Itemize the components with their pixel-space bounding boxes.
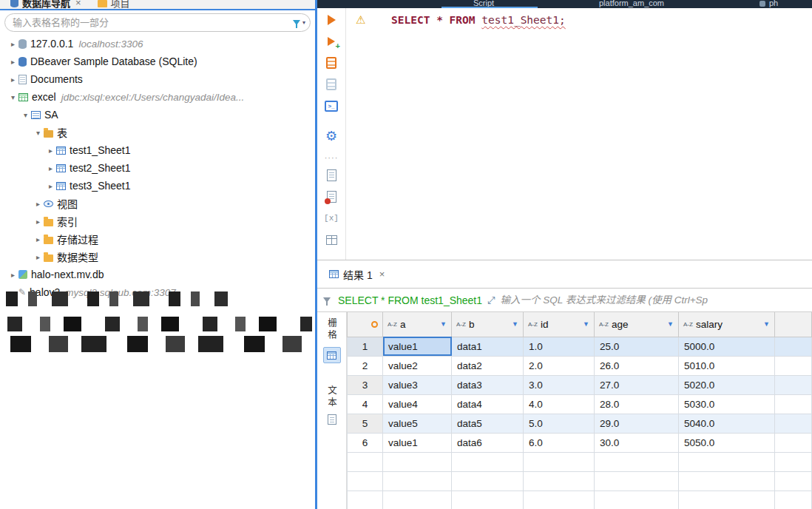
execute-script-button[interactable] [326,57,336,69]
tree-item-excel[interactable]: ▾ excel jdbc:xlsql:excel:/Users/changyad… [0,88,315,106]
row-number[interactable]: 3 [348,375,383,394]
editor-settings-button[interactable]: ⚙ [325,130,337,142]
column-menu-icon[interactable]: ▼ [763,320,770,328]
results-tab[interactable]: 结果 1 × [323,260,390,288]
grid-cell[interactable]: 3.0 [524,375,595,394]
grid-view-tab-label[interactable]: 栅格 [325,318,339,341]
tree-item-test1-sheet1[interactable]: ▸ test1_Sheet1 [0,141,315,159]
grid-cell[interactable]: 30.0 [595,433,679,452]
grid-cell[interactable]: data3 [452,375,524,394]
chevron-right-icon[interactable]: ▸ [7,40,18,48]
close-icon[interactable]: × [75,0,81,8]
toggle-layout-button[interactable] [326,234,337,246]
grid-cell[interactable]: 5040.0 [679,414,775,433]
column-menu-icon[interactable]: ▼ [667,320,674,328]
execute-new-tab-button[interactable]: + [328,36,335,47]
tree-item-documents[interactable]: ▸ Documents [0,70,315,88]
chevron-right-icon[interactable]: ▸ [33,218,44,226]
expand-icon[interactable]: ⤢ [487,294,495,306]
grid-cell[interactable]: 5020.0 [679,375,775,394]
new-script-button[interactable] [327,169,336,181]
tab-projects[interactable]: 项目 [92,0,136,10]
tree-item-test3-sheet1[interactable]: ▸ test3_Sheet1 [0,177,315,195]
row-number[interactable]: 5 [348,414,383,433]
grid-cell[interactable]: 26.0 [595,356,679,375]
grid-cell[interactable]: value3 [383,375,452,394]
grid-cell[interactable]: data6 [452,433,524,452]
grid-cell[interactable]: 27.0 [595,375,679,394]
tree-item-dbeaver-sample[interactable]: ▸ DBeaver Sample Database (SQLite) [0,53,315,70]
tab-database-navigator[interactable]: 数据库导航 × [4,0,87,10]
sql-statement[interactable]: SELECT * FROM test1_Sheet1; [391,14,566,26]
grid-cell[interactable]: data4 [452,394,524,414]
chevron-down-icon[interactable]: ▾ [20,111,31,119]
open-sql-console-button[interactable]: >_ [325,100,338,112]
warning-icon[interactable]: ⚠ [356,13,365,27]
grid-view-tab[interactable] [323,347,341,363]
grid-cell[interactable]: value5 [383,414,452,433]
grid-cell[interactable]: 5010.0 [679,356,775,375]
row-number[interactable]: 2 [348,356,383,375]
tree-item-datatypes-folder[interactable]: ▸ 数据类型 [0,248,315,266]
chevron-down-icon[interactable]: ▾ [33,129,44,137]
result-filter-input[interactable] [500,294,812,306]
grid-cell[interactable]: 28.0 [595,394,679,414]
chevron-down-icon[interactable]: ▾ [302,19,305,26]
column-header-id[interactable]: A-Z id ▼ [524,312,595,337]
chevron-right-icon[interactable]: ▸ [45,164,56,172]
grid-cell[interactable]: 6.0 [524,433,595,452]
clear-editor-button[interactable]: [x] [324,212,339,224]
column-header-age[interactable]: A-Z age ▼ [595,312,679,337]
row-number-header[interactable] [348,312,383,337]
chevron-right-icon[interactable]: ▸ [45,182,56,190]
chevron-right-icon[interactable]: ▸ [45,146,56,155]
chevron-down-icon[interactable]: ▾ [7,93,18,101]
tree-item-sa-schema[interactable]: ▾ SA [0,106,315,124]
row-number[interactable]: 1 [348,337,383,356]
tree-item-tables-folder[interactable]: ▾ 表 [0,124,315,141]
chevron-right-icon[interactable]: ▸ [33,235,44,243]
grid-cell[interactable]: value2 [383,356,452,375]
result-filter-icon[interactable] [323,297,331,303]
execute-script-natively-button[interactable] [326,78,336,90]
column-header-salary[interactable]: A-Z salary ▼ [679,312,775,337]
text-view-tab[interactable] [328,414,336,425]
grid-cell[interactable]: 25.0 [595,337,679,356]
tree-item-indexes-folder[interactable]: ▸ 索引 [0,212,315,230]
chevron-right-icon[interactable]: ▸ [7,58,18,66]
grid-cell[interactable]: 1.0 [524,337,595,356]
text-view-tab-label[interactable]: 文本 [325,385,339,408]
grid-cell[interactable]: 5030.0 [679,394,775,414]
column-menu-icon[interactable]: ▼ [512,320,518,328]
grid-cell[interactable]: 29.0 [595,414,679,433]
table-name-filter-input[interactable] [13,17,293,28]
column-menu-icon[interactable]: ▼ [440,320,447,328]
tree-item-test2-sheet1[interactable]: ▸ test2_Sheet1 [0,159,315,177]
tree-item-procedures-folder[interactable]: ▸ 存储过程 [0,230,315,248]
close-icon[interactable]: × [379,269,385,280]
execute-statement-button[interactable] [328,14,336,26]
grid-cell[interactable]: 5000.0 [679,337,775,356]
column-menu-icon[interactable]: ▼ [583,320,589,328]
chevron-right-icon[interactable]: ▸ [7,271,18,279]
grid-cell[interactable]: 5050.0 [679,433,775,452]
row-number[interactable]: 4 [348,394,383,414]
grid-cell[interactable]: 2.0 [524,356,595,375]
tree-item-127-0-0-1[interactable]: ▸ 127.0.0.1 localhost:3306 [0,35,315,53]
grid-cell[interactable]: data1 [452,337,524,356]
grid-cell[interactable]: 5.0 [524,414,595,433]
grid-cell[interactable]: value1 [383,433,452,452]
tree-item-halo-next[interactable]: ▸ halo-next.mv.db [0,266,315,283]
grid-cell[interactable]: data2 [452,356,524,375]
tree-item-views-folder[interactable]: ▸ 视图 [0,195,315,212]
grid-cell[interactable]: data5 [452,414,524,433]
chevron-right-icon[interactable]: ▸ [33,200,44,208]
chevron-right-icon[interactable]: ▸ [7,75,18,84]
grid-cell[interactable]: value1 [383,337,452,356]
grid-cell[interactable]: 4.0 [524,394,595,414]
chevron-right-icon[interactable]: ▸ [33,253,44,261]
delete-script-button[interactable] [327,191,336,203]
column-header-b[interactable]: A-Z b ▼ [452,312,524,337]
column-header-a[interactable]: A-Z a ▼ [383,312,452,337]
grid-cell[interactable]: value4 [383,394,452,414]
